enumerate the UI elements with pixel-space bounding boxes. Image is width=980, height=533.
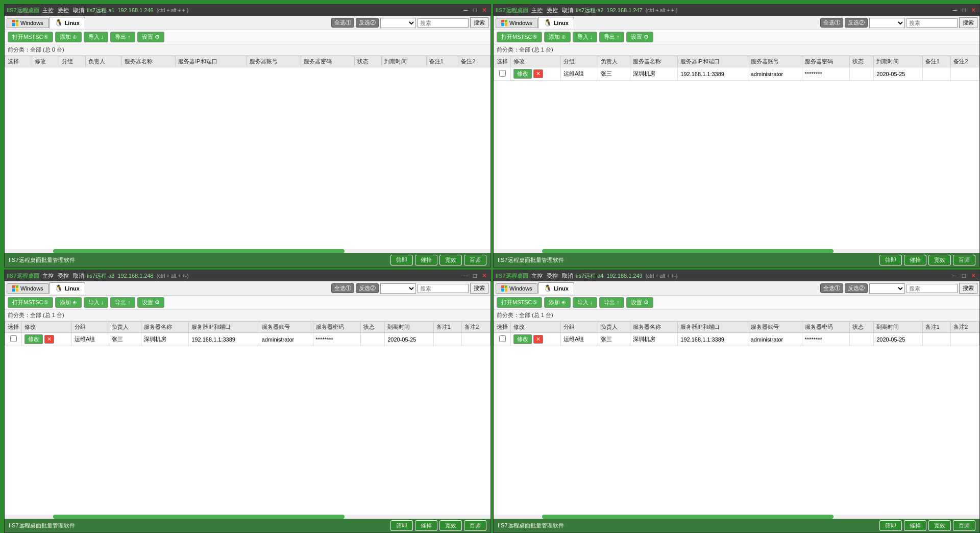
minimize-button[interactable]: ─ [951, 272, 959, 279]
menu-item-取消[interactable]: 取消 [562, 272, 573, 280]
invert-select-button[interactable]: 反选② [845, 283, 868, 293]
invert-select-button[interactable]: 反选② [356, 283, 379, 293]
status-btn-催掉[interactable]: 催掉 [415, 520, 437, 531]
select-all-button[interactable]: 全选① [820, 283, 843, 293]
select-all-button[interactable]: 全选① [331, 283, 354, 293]
maximize-button[interactable]: □ [472, 7, 478, 14]
search-dropdown[interactable] [869, 283, 905, 294]
edit-button[interactable]: 修改 [24, 334, 43, 344]
settings-button[interactable]: 设置 ⚙ [626, 297, 653, 308]
open-mstsc-button[interactable]: 打开MSTSC⑤ [8, 32, 53, 42]
scrollbar-thumb[interactable] [542, 515, 834, 519]
add-button[interactable]: 添加 ⊕ [55, 32, 82, 42]
export-button[interactable]: 导出 ↑ [110, 297, 135, 308]
menu-item-取消[interactable]: 取消 [73, 272, 84, 280]
invert-select-button[interactable]: 反选② [356, 18, 379, 28]
add-button[interactable]: 添加 ⊕ [544, 32, 571, 42]
search-input[interactable] [418, 18, 469, 28]
select-all-button[interactable]: 全选① [331, 18, 354, 28]
search-button[interactable]: 搜索 [959, 17, 977, 28]
menu-item-主控[interactable]: 主控 [531, 7, 543, 14]
maximize-button[interactable]: □ [961, 7, 967, 14]
row-checkbox[interactable] [499, 70, 506, 77]
row-checkbox[interactable] [499, 335, 506, 342]
open-mstsc-button[interactable]: 打开MSTSC⑤ [497, 297, 542, 308]
menu-item-受控[interactable]: 受控 [58, 272, 69, 280]
delete-button[interactable]: ✕ [533, 69, 543, 78]
export-button[interactable]: 导出 ↑ [599, 297, 624, 308]
tab-linux[interactable]: 🐧 Linux [49, 17, 85, 29]
search-input[interactable] [418, 284, 469, 293]
tab-windows[interactable]: Windows [496, 18, 538, 28]
import-button[interactable]: 导入 ↓ [84, 297, 109, 308]
scrollbar-thumb[interactable] [53, 515, 345, 519]
status-btn-宽效[interactable]: 宽效 [928, 520, 951, 531]
tab-windows[interactable]: Windows [7, 18, 49, 28]
menu-item-受控[interactable]: 受控 [547, 272, 558, 280]
minimize-button[interactable]: ─ [462, 272, 470, 279]
horizontal-scrollbar[interactable] [5, 515, 491, 519]
delete-button[interactable]: ✕ [533, 335, 543, 344]
add-button[interactable]: 添加 ⊕ [544, 297, 571, 308]
settings-button[interactable]: 设置 ⚙ [626, 32, 653, 42]
edit-button[interactable]: 修改 [513, 334, 532, 344]
horizontal-scrollbar[interactable] [494, 249, 979, 253]
status-btn-百师[interactable]: 百师 [953, 520, 975, 531]
search-dropdown[interactable] [380, 18, 416, 28]
tab-windows[interactable]: Windows [496, 283, 538, 294]
minimize-button[interactable]: ─ [462, 7, 470, 14]
menu-item-受控[interactable]: 受控 [58, 7, 69, 14]
menu-item-取消[interactable]: 取消 [73, 7, 84, 14]
scrollbar-thumb[interactable] [53, 249, 345, 253]
status-btn-筛即[interactable]: 筛即 [879, 520, 902, 531]
open-mstsc-button[interactable]: 打开MSTSC⑤ [497, 32, 542, 42]
invert-select-button[interactable]: 反选② [845, 18, 868, 28]
import-button[interactable]: 导入 ↓ [573, 32, 598, 42]
status-btn-百师[interactable]: 百师 [464, 255, 486, 265]
settings-button[interactable]: 设置 ⚙ [137, 297, 164, 308]
status-btn-宽效[interactable]: 宽效 [439, 255, 462, 265]
maximize-button[interactable]: □ [472, 272, 478, 279]
status-btn-筛即[interactable]: 筛即 [390, 520, 413, 531]
status-btn-宽效[interactable]: 宽效 [928, 255, 951, 265]
menu-item-受控[interactable]: 受控 [547, 7, 558, 14]
delete-button[interactable]: ✕ [44, 335, 54, 344]
open-mstsc-button[interactable]: 打开MSTSC⑤ [8, 297, 53, 308]
search-button[interactable]: 搜索 [959, 283, 977, 294]
tab-linux[interactable]: 🐧 Linux [538, 282, 574, 294]
status-btn-宽效[interactable]: 宽效 [439, 520, 462, 531]
import-button[interactable]: 导入 ↓ [573, 297, 598, 308]
search-button[interactable]: 搜索 [470, 283, 488, 294]
minimize-button[interactable]: ─ [951, 7, 959, 14]
status-btn-筛即[interactable]: 筛即 [879, 255, 902, 265]
search-dropdown[interactable] [380, 283, 416, 294]
import-button[interactable]: 导入 ↓ [84, 32, 109, 42]
close-button[interactable]: ✕ [969, 272, 977, 279]
tab-linux[interactable]: 🐧 Linux [538, 17, 574, 29]
status-btn-催掉[interactable]: 催掉 [415, 255, 437, 265]
export-button[interactable]: 导出 ↑ [599, 32, 624, 42]
menu-item-主控[interactable]: 主控 [531, 272, 543, 280]
menu-item-主控[interactable]: 主控 [42, 7, 54, 14]
horizontal-scrollbar[interactable] [5, 249, 491, 253]
edit-button[interactable]: 修改 [513, 69, 532, 79]
settings-button[interactable]: 设置 ⚙ [137, 32, 164, 42]
status-btn-筛即[interactable]: 筛即 [390, 255, 413, 265]
close-button[interactable]: ✕ [480, 272, 488, 279]
search-input[interactable] [906, 284, 958, 293]
add-button[interactable]: 添加 ⊕ [55, 297, 82, 308]
menu-item-主控[interactable]: 主控 [42, 272, 54, 280]
row-checkbox[interactable] [10, 335, 17, 342]
status-btn-百师[interactable]: 百师 [464, 520, 486, 531]
select-all-button[interactable]: 全选① [820, 18, 843, 28]
status-btn-催掉[interactable]: 催掉 [904, 255, 926, 265]
horizontal-scrollbar[interactable] [494, 515, 979, 519]
export-button[interactable]: 导出 ↑ [110, 32, 135, 42]
search-dropdown[interactable] [869, 18, 905, 28]
menu-item-取消[interactable]: 取消 [562, 7, 573, 14]
close-button[interactable]: ✕ [969, 7, 977, 14]
scrollbar-thumb[interactable] [542, 249, 834, 253]
close-button[interactable]: ✕ [480, 7, 488, 14]
tab-windows[interactable]: Windows [7, 283, 49, 294]
search-button[interactable]: 搜索 [470, 17, 488, 28]
